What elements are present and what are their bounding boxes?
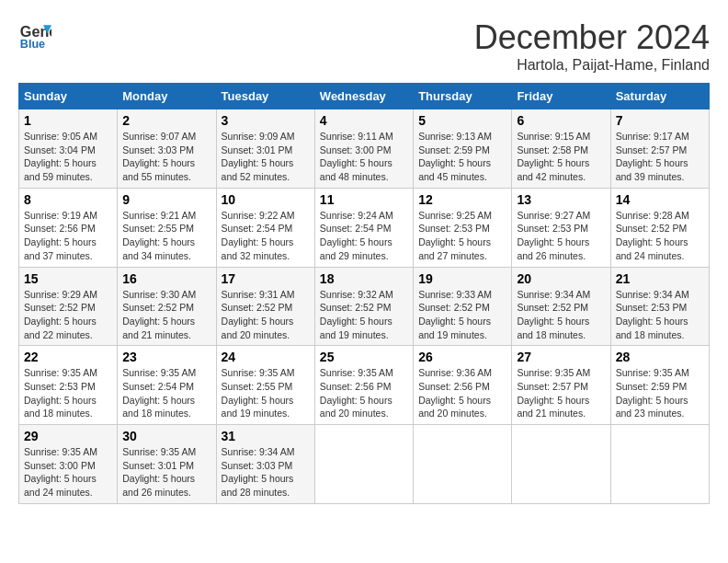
day-number: 20 <box>517 271 605 286</box>
day-info: Sunrise: 9:35 AMSunset: 2:55 PMDaylight:… <box>222 366 310 420</box>
day-info: Sunrise: 9:24 AMSunset: 2:54 PMDaylight:… <box>320 209 408 263</box>
calendar-cell: 24Sunrise: 9:35 AMSunset: 2:55 PMDayligh… <box>216 346 314 425</box>
logo-icon: General Blue <box>18 18 51 52</box>
calendar-cell: 9Sunrise: 9:21 AMSunset: 2:55 PMDaylight… <box>118 188 216 267</box>
day-info: Sunrise: 9:31 AMSunset: 2:52 PMDaylight:… <box>222 288 310 342</box>
calendar-cell: 5Sunrise: 9:13 AMSunset: 2:59 PMDaylight… <box>414 109 512 189</box>
day-number: 9 <box>122 192 210 207</box>
day-number: 14 <box>616 192 704 207</box>
calendar-body: 1Sunrise: 9:05 AMSunset: 3:04 PMDaylight… <box>19 109 710 504</box>
day-info: Sunrise: 9:13 AMSunset: 2:59 PMDaylight:… <box>418 130 506 184</box>
weekday-header-cell: Tuesday <box>216 84 314 109</box>
calendar-cell: 23Sunrise: 9:35 AMSunset: 2:54 PMDayligh… <box>118 346 216 425</box>
day-number: 27 <box>517 350 605 364</box>
calendar-week-row: 8Sunrise: 9:19 AMSunset: 2:56 PMDaylight… <box>19 188 710 267</box>
day-info: Sunrise: 9:33 AMSunset: 2:52 PMDaylight:… <box>418 288 506 342</box>
calendar-cell: 15Sunrise: 9:29 AMSunset: 2:52 PMDayligh… <box>19 267 118 346</box>
day-number: 3 <box>222 113 310 128</box>
day-number: 4 <box>320 113 408 128</box>
day-info: Sunrise: 9:19 AMSunset: 2:56 PMDaylight:… <box>24 209 112 263</box>
weekday-header-cell: Wednesday <box>314 84 413 109</box>
day-number: 22 <box>24 350 112 364</box>
day-number: 28 <box>616 350 704 364</box>
day-info: Sunrise: 9:35 AMSunset: 3:00 PMDaylight:… <box>24 445 112 500</box>
weekday-header-cell: Monday <box>118 84 216 109</box>
day-info: Sunrise: 9:35 AMSunset: 2:54 PMDaylight:… <box>122 366 210 420</box>
day-number: 19 <box>418 271 506 286</box>
calendar-cell: 14Sunrise: 9:28 AMSunset: 2:52 PMDayligh… <box>610 188 709 267</box>
day-number: 15 <box>24 271 112 286</box>
day-number: 26 <box>418 350 506 364</box>
day-number: 29 <box>24 429 112 443</box>
calendar-cell: 3Sunrise: 9:09 AMSunset: 3:01 PMDaylight… <box>216 109 314 189</box>
day-number: 17 <box>222 271 310 286</box>
day-info: Sunrise: 9:34 AMSunset: 2:52 PMDaylight:… <box>517 288 605 342</box>
day-number: 8 <box>24 192 112 207</box>
day-info: Sunrise: 9:35 AMSunset: 2:59 PMDaylight:… <box>616 366 704 420</box>
day-info: Sunrise: 9:15 AMSunset: 2:58 PMDaylight:… <box>517 130 605 184</box>
day-info: Sunrise: 9:35 AMSunset: 2:56 PMDaylight:… <box>320 366 408 420</box>
calendar-cell: 4Sunrise: 9:11 AMSunset: 3:00 PMDaylight… <box>314 109 413 189</box>
calendar-table: SundayMondayTuesdayWednesdayThursdayFrid… <box>18 83 710 504</box>
calendar-cell: 29Sunrise: 9:35 AMSunset: 3:00 PMDayligh… <box>19 425 118 504</box>
day-number: 18 <box>320 271 408 286</box>
day-info: Sunrise: 9:35 AMSunset: 2:53 PMDaylight:… <box>24 366 112 420</box>
day-number: 1 <box>24 113 112 128</box>
day-number: 23 <box>122 350 210 364</box>
calendar-cell: 16Sunrise: 9:30 AMSunset: 2:52 PMDayligh… <box>118 267 216 346</box>
calendar-cell: 13Sunrise: 9:27 AMSunset: 2:53 PMDayligh… <box>512 188 610 267</box>
weekday-header-cell: Sunday <box>19 84 118 109</box>
calendar-cell: 7Sunrise: 9:17 AMSunset: 2:57 PMDaylight… <box>610 109 709 189</box>
day-info: Sunrise: 9:25 AMSunset: 2:53 PMDaylight:… <box>418 209 506 263</box>
day-info: Sunrise: 9:09 AMSunset: 3:01 PMDaylight:… <box>222 130 310 184</box>
day-info: Sunrise: 9:34 AMSunset: 2:53 PMDaylight:… <box>616 288 704 342</box>
calendar-cell: 2Sunrise: 9:07 AMSunset: 3:03 PMDaylight… <box>118 109 216 189</box>
day-number: 21 <box>616 271 704 286</box>
calendar-cell: 25Sunrise: 9:35 AMSunset: 2:56 PMDayligh… <box>314 346 413 425</box>
day-number: 6 <box>517 113 605 128</box>
calendar-cell: 20Sunrise: 9:34 AMSunset: 2:52 PMDayligh… <box>512 267 610 346</box>
calendar-week-row: 1Sunrise: 9:05 AMSunset: 3:04 PMDaylight… <box>19 109 710 189</box>
calendar-cell: 22Sunrise: 9:35 AMSunset: 2:53 PMDayligh… <box>19 346 118 425</box>
weekday-header-cell: Friday <box>512 84 610 109</box>
calendar-cell: 27Sunrise: 9:35 AMSunset: 2:57 PMDayligh… <box>512 346 610 425</box>
day-number: 31 <box>222 429 310 443</box>
calendar-cell: 10Sunrise: 9:22 AMSunset: 2:54 PMDayligh… <box>216 188 314 267</box>
calendar-cell: 11Sunrise: 9:24 AMSunset: 2:54 PMDayligh… <box>314 188 413 267</box>
svg-text:Blue: Blue <box>20 38 45 51</box>
page-header: General Blue December 2024 Hartola, Paij… <box>18 18 710 74</box>
day-number: 2 <box>122 113 210 128</box>
day-number: 5 <box>418 113 506 128</box>
weekday-header-row: SundayMondayTuesdayWednesdayThursdayFrid… <box>19 84 710 109</box>
calendar-cell <box>314 425 413 504</box>
day-info: Sunrise: 9:32 AMSunset: 2:52 PMDaylight:… <box>320 288 408 342</box>
calendar-cell: 17Sunrise: 9:31 AMSunset: 2:52 PMDayligh… <box>216 267 314 346</box>
day-info: Sunrise: 9:11 AMSunset: 3:00 PMDaylight:… <box>320 130 408 184</box>
calendar-cell: 1Sunrise: 9:05 AMSunset: 3:04 PMDaylight… <box>19 109 118 189</box>
day-number: 12 <box>418 192 506 207</box>
day-info: Sunrise: 9:05 AMSunset: 3:04 PMDaylight:… <box>24 130 112 184</box>
day-info: Sunrise: 9:27 AMSunset: 2:53 PMDaylight:… <box>517 209 605 263</box>
day-number: 13 <box>517 192 605 207</box>
day-info: Sunrise: 9:35 AMSunset: 3:01 PMDaylight:… <box>122 445 210 500</box>
day-info: Sunrise: 9:28 AMSunset: 2:52 PMDaylight:… <box>616 209 704 263</box>
calendar-week-row: 22Sunrise: 9:35 AMSunset: 2:53 PMDayligh… <box>19 346 710 425</box>
day-info: Sunrise: 9:35 AMSunset: 2:57 PMDaylight:… <box>517 366 605 420</box>
weekday-header-cell: Thursday <box>414 84 512 109</box>
calendar-cell: 21Sunrise: 9:34 AMSunset: 2:53 PMDayligh… <box>610 267 709 346</box>
calendar-cell: 12Sunrise: 9:25 AMSunset: 2:53 PMDayligh… <box>414 188 512 267</box>
page-subtitle: Hartola, Paijat-Hame, Finland <box>474 57 710 74</box>
calendar-cell: 6Sunrise: 9:15 AMSunset: 2:58 PMDaylight… <box>512 109 610 189</box>
day-number: 25 <box>320 350 408 364</box>
calendar-week-row: 15Sunrise: 9:29 AMSunset: 2:52 PMDayligh… <box>19 267 710 346</box>
day-number: 30 <box>122 429 210 443</box>
calendar-cell <box>414 425 512 504</box>
calendar-week-row: 29Sunrise: 9:35 AMSunset: 3:00 PMDayligh… <box>19 425 710 504</box>
calendar-cell: 26Sunrise: 9:36 AMSunset: 2:56 PMDayligh… <box>414 346 512 425</box>
day-info: Sunrise: 9:36 AMSunset: 2:56 PMDaylight:… <box>418 366 506 420</box>
calendar-cell: 18Sunrise: 9:32 AMSunset: 2:52 PMDayligh… <box>314 267 413 346</box>
calendar-cell: 8Sunrise: 9:19 AMSunset: 2:56 PMDaylight… <box>19 188 118 267</box>
calendar-cell: 30Sunrise: 9:35 AMSunset: 3:01 PMDayligh… <box>118 425 216 504</box>
day-number: 24 <box>222 350 310 364</box>
title-block: December 2024 Hartola, Paijat-Hame, Finl… <box>474 18 710 74</box>
